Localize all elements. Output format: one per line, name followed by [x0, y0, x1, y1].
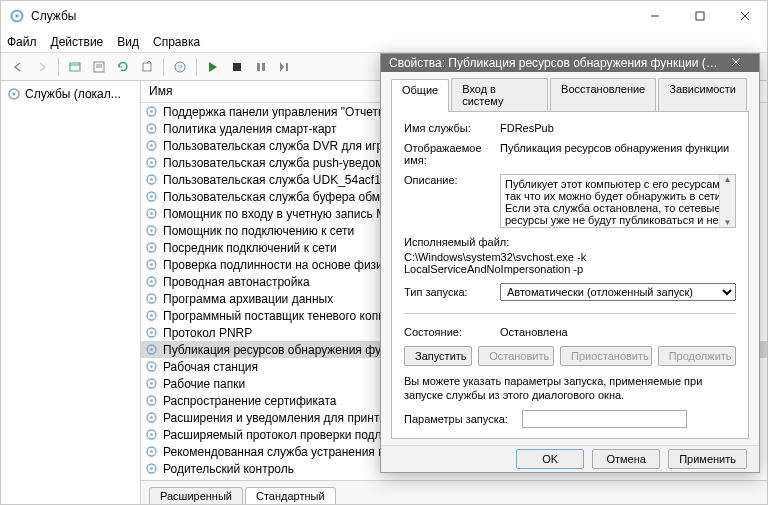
svg-point-41	[150, 280, 153, 283]
note-text: Вы можете указать параметры запуска, при…	[404, 374, 736, 403]
show-hide-button[interactable]	[64, 56, 86, 78]
app-icon	[9, 8, 25, 24]
svg-point-29	[150, 178, 153, 181]
minimize-button[interactable]	[632, 1, 677, 31]
close-button[interactable]	[722, 1, 767, 31]
refresh-icon[interactable]	[112, 56, 134, 78]
gear-icon	[145, 462, 159, 476]
tab-general[interactable]: Общие	[391, 79, 449, 112]
gear-icon	[145, 190, 159, 204]
gear-icon	[145, 173, 159, 187]
properties-icon[interactable]	[88, 56, 110, 78]
gear-icon	[145, 411, 159, 425]
label-description: Описание:	[404, 174, 492, 186]
tab-logon[interactable]: Вход в систему	[451, 78, 548, 111]
svg-rect-15	[257, 63, 260, 71]
svg-point-39	[150, 263, 153, 266]
svg-rect-17	[286, 63, 288, 71]
service-name: Публикация ресурсов обнаружения функции	[163, 343, 413, 357]
back-button[interactable]	[7, 56, 29, 78]
value-exe-path: C:\Windows\system32\svchost.exe -k Local…	[404, 251, 736, 275]
svg-point-31	[150, 195, 153, 198]
svg-point-57	[150, 416, 153, 419]
gear-icon	[145, 292, 159, 306]
service-name: Посредник подключений к сети	[163, 241, 337, 255]
gear-icon	[145, 139, 159, 153]
menu-view[interactable]: Вид	[117, 35, 139, 49]
resume-button: Продолжить	[658, 346, 736, 366]
maximize-button[interactable]	[677, 1, 722, 31]
tab-standard[interactable]: Стандартный	[245, 487, 336, 504]
gear-icon	[145, 394, 159, 408]
tab-dependencies[interactable]: Зависимости	[658, 78, 747, 111]
svg-point-47	[150, 331, 153, 334]
tab-extended[interactable]: Расширенный	[149, 487, 243, 504]
label-display-name: Отображаемое имя:	[404, 142, 492, 166]
startup-type-select[interactable]: Автоматически (отложенный запуск)	[500, 283, 736, 301]
svg-point-37	[150, 246, 153, 249]
service-name: Программа архивации данных	[163, 292, 333, 306]
stop-service-icon[interactable]	[226, 56, 248, 78]
stop-button: Остановить	[478, 346, 554, 366]
restart-service-icon[interactable]	[274, 56, 296, 78]
service-name: Родительский контроль	[163, 462, 294, 476]
gear-icon	[145, 122, 159, 136]
scrollbar[interactable]: ▲▼	[719, 175, 735, 227]
gear-icon	[145, 377, 159, 391]
help-icon[interactable]: ?	[169, 56, 191, 78]
svg-point-53	[150, 382, 153, 385]
dialog-tabs: Общие Вход в систему Восстановление Зави…	[391, 78, 749, 112]
svg-point-21	[150, 110, 153, 113]
start-params-input[interactable]	[522, 410, 687, 428]
svg-point-51	[150, 365, 153, 368]
menu-file[interactable]: Файл	[7, 35, 37, 49]
gear-icon	[145, 105, 159, 119]
menu-help[interactable]: Справка	[153, 35, 200, 49]
bottom-tabs: Расширенный Стандартный	[141, 480, 767, 504]
tree-root-label: Службы (локал...	[25, 87, 121, 101]
service-name: Рабочие папки	[163, 377, 245, 391]
service-name: Расширения и уведомления для принтеров	[163, 411, 406, 425]
label-exe-path: Исполняемый файл:	[404, 236, 736, 248]
svg-point-1	[15, 14, 19, 18]
svg-point-25	[150, 144, 153, 147]
gear-icon	[145, 428, 159, 442]
export-icon[interactable]	[136, 56, 158, 78]
tab-recovery[interactable]: Восстановление	[550, 78, 656, 111]
label-service-name: Имя службы:	[404, 122, 492, 134]
cancel-button[interactable]: Отмена	[592, 449, 660, 469]
svg-rect-11	[143, 63, 151, 71]
gear-icon	[145, 224, 159, 238]
gear-icon	[145, 445, 159, 459]
tree-pane: Службы (локал...	[1, 81, 141, 504]
pause-service-icon[interactable]	[250, 56, 272, 78]
value-description: Публикует этот компьютер с его ресурсами…	[505, 178, 729, 228]
gear-icon	[145, 326, 159, 340]
menu-action[interactable]: Действие	[51, 35, 104, 49]
svg-point-55	[150, 399, 153, 402]
gear-icon	[145, 343, 159, 357]
svg-point-61	[150, 450, 153, 453]
gear-icon	[7, 87, 21, 101]
service-name: Рабочая станция	[163, 360, 258, 374]
gear-icon	[145, 156, 159, 170]
svg-point-19	[13, 93, 16, 96]
svg-point-27	[150, 161, 153, 164]
dialog-title: Свойства: Публикация ресурсов обнаружени…	[389, 56, 721, 70]
forward-button[interactable]	[31, 56, 53, 78]
apply-button[interactable]: Применить	[668, 449, 747, 469]
start-button[interactable]: Запустить	[404, 346, 472, 366]
service-control-buttons: Запустить Остановить Приостановить Продо…	[404, 346, 736, 366]
value-service-name: FDResPub	[500, 122, 736, 134]
svg-point-33	[150, 212, 153, 215]
dialog-footer: OK Отмена Применить	[381, 445, 759, 472]
label-state: Состояние:	[404, 326, 492, 338]
svg-point-59	[150, 433, 153, 436]
tree-root[interactable]: Службы (локал...	[5, 85, 136, 103]
description-box[interactable]: Публикует этот компьютер с его ресурсами…	[500, 174, 736, 228]
ok-button[interactable]: OK	[516, 449, 584, 469]
gear-icon	[145, 241, 159, 255]
titlebar: Службы	[1, 1, 767, 31]
start-service-icon[interactable]	[202, 56, 224, 78]
dialog-close-button[interactable]	[721, 56, 751, 70]
